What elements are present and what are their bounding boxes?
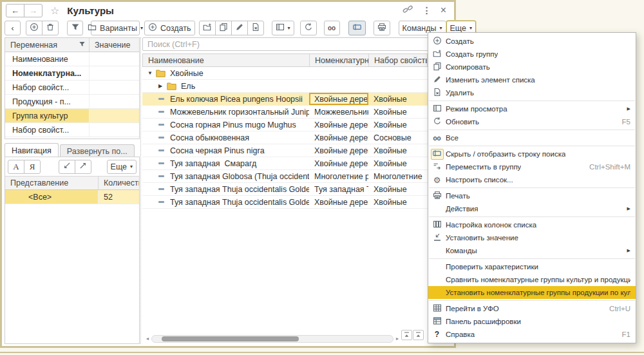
horizontal-scrollbar[interactable]: ◂ ▸	[144, 334, 401, 343]
scrollbar-thumb[interactable]	[162, 336, 299, 341]
column-header-count[interactable]: Количество	[99, 177, 139, 189]
list-propset-cell[interactable]: Хвойные	[368, 196, 427, 208]
column-header-view[interactable]: Представление	[5, 177, 99, 189]
variable-name-cell[interactable]: Набор свойст...	[5, 123, 90, 137]
list-nomenclature-cell[interactable]: Можжевельник ...	[309, 106, 368, 118]
column-header-variable[interactable]: Переменная	[5, 38, 90, 52]
list-propset-cell[interactable]: Хвойные	[368, 157, 427, 169]
menu-item[interactable]: Режим просмотра▶	[428, 102, 636, 115]
variable-name-cell[interactable]: Наименование	[5, 52, 90, 66]
list-row[interactable]: Туя западная СмарагдХвойные дерев...Хвой…	[142, 157, 452, 170]
nav-more-button[interactable]: Еще ▾	[107, 160, 137, 174]
panel-back-button[interactable]: ‹	[5, 21, 21, 35]
menu-item[interactable]: Печать	[428, 189, 636, 202]
list-propset-cell[interactable]: Хвойные	[368, 183, 427, 195]
list-propset-cell[interactable]	[368, 80, 427, 92]
list-name-cell[interactable]: Сосна черная Pinus nigra	[142, 144, 309, 157]
filter-button[interactable]	[67, 21, 83, 35]
list-row[interactable]: ▼Хвойные	[142, 67, 452, 80]
list-propset-cell[interactable]: Сосновые	[368, 131, 427, 144]
menu-item[interactable]: Установить значение	[428, 231, 636, 244]
variable-name-cell[interactable]: Группа культур	[5, 109, 90, 122]
variable-value-cell[interactable]	[90, 95, 139, 108]
list-propset-cell[interactable]: Хвойные	[368, 93, 427, 105]
list-propset-cell[interactable]: Хвойные	[368, 119, 427, 131]
menu-item[interactable]: Установить номенклатурные группы продукц…	[428, 286, 636, 299]
menu-item[interactable]: Создать группу	[428, 48, 636, 61]
collapse-expander-icon[interactable]: ▼	[147, 70, 156, 76]
print-button[interactable]	[374, 21, 390, 35]
list-row[interactable]: Ель колючая Picea pungens HoopsiiХвойные…	[142, 93, 452, 106]
menu-item[interactable]: Изменить элемент списка	[428, 73, 636, 86]
panel-splitter[interactable]	[140, 37, 141, 344]
list-row[interactable]: Можжевельник горизонтальный Juniperus ho…	[142, 106, 452, 119]
variable-row[interactable]: Номенклатурна...	[5, 66, 139, 81]
list-name-cell[interactable]: Туя западная Thuja occidentalis Golden G…	[142, 196, 309, 208]
list-name-cell[interactable]: Туя западная Thuja occidentalis Golden B…	[142, 183, 309, 195]
menu-item[interactable]: Удалить	[428, 86, 636, 99]
scroll-begin-button[interactable]	[401, 330, 412, 340]
list-name-cell[interactable]: Сосна обыкновенная	[142, 131, 309, 144]
variable-name-cell[interactable]: Продукция - п...	[5, 95, 90, 108]
menu-item[interactable]: ?СправкаF1	[428, 328, 636, 341]
scroll-end-button[interactable]	[413, 330, 424, 340]
nav-view-cell[interactable]: <Все>	[5, 190, 99, 204]
variable-row[interactable]: Набор свойст...	[5, 81, 139, 95]
list-nomenclature-cell[interactable]: Хвойные дерев...	[309, 93, 368, 105]
menu-item[interactable]: Перейти в УФОCtrl+U	[428, 302, 636, 315]
variable-row[interactable]: Группа культур	[5, 109, 139, 123]
list-nomenclature-cell[interactable]: Хвойные дерев...	[309, 131, 368, 144]
list-nomenclature-cell[interactable]: Многолетние ра...	[309, 170, 368, 182]
menu-item[interactable]: Переместить в группуCtrl+Shift+M	[428, 160, 636, 173]
tab-navigation[interactable]: Навигация	[5, 143, 59, 157]
list-name-cell[interactable]: ▶Ель	[142, 80, 309, 92]
mark-delete-button[interactable]	[247, 21, 264, 35]
close-icon[interactable]: ×	[440, 5, 446, 16]
copy-button[interactable]	[215, 21, 232, 35]
menu-item[interactable]: Команды▶	[428, 244, 636, 257]
column-header-nomenclature[interactable]: Номенклатурна...	[310, 54, 369, 66]
variants-button[interactable]: Варианты ▾	[91, 21, 140, 35]
variable-value-cell[interactable]	[90, 66, 139, 80]
menu-item[interactable]: Действия▶	[428, 202, 636, 215]
expand-all-button[interactable]	[75, 160, 91, 174]
create-button[interactable]: Создать	[144, 21, 195, 35]
sort-desc-button[interactable]: Я	[24, 160, 41, 174]
variable-name-cell[interactable]: Номенклатурна...	[5, 66, 90, 80]
list-row[interactable]: ▶Ель	[142, 80, 452, 93]
list-row[interactable]: Сосна черная Pinus nigraХвойные дерев...…	[142, 144, 452, 157]
list-row[interactable]: Туя западная Thuja occidentalis Golden G…	[142, 196, 452, 209]
create-group-button[interactable]	[199, 21, 216, 35]
edit-button[interactable]	[231, 21, 248, 35]
scrollbar-track[interactable]	[151, 335, 393, 343]
list-name-cell[interactable]: Ель колючая Picea pungens Hoopsii	[142, 93, 309, 105]
search-input[interactable]	[142, 37, 452, 51]
menu-item[interactable]: Панель расшифровки	[428, 315, 636, 328]
menu-item[interactable]: ooВсе	[428, 131, 636, 144]
menu-item[interactable]: Скопировать	[428, 61, 636, 73]
delete-variable-button[interactable]	[42, 21, 59, 35]
history-back-button[interactable]: ←	[6, 4, 24, 17]
variable-value-cell[interactable]	[90, 81, 139, 94]
variable-value-cell[interactable]	[90, 109, 139, 122]
add-variable-button[interactable]	[26, 21, 43, 35]
column-header-value[interactable]: Значение	[90, 38, 139, 52]
list-name-cell[interactable]: Можжевельник горизонтальный Juniperus ho…	[142, 106, 309, 118]
list-nomenclature-cell[interactable]: Хвойные дерев...	[309, 196, 368, 208]
list-propset-cell[interactable]	[368, 67, 427, 79]
scroll-left-arrow-icon[interactable]: ◂	[144, 336, 151, 341]
show-all-button[interactable]: oo	[324, 21, 340, 35]
expand-expander-icon[interactable]: ▶	[158, 83, 167, 89]
menu-item[interactable]: Скрыть / отобразить строку поиска	[428, 148, 636, 160]
list-name-cell[interactable]: ▼Хвойные	[142, 67, 309, 79]
list-propset-cell[interactable]: Многолетние	[368, 170, 427, 182]
column-header-name[interactable]: Наименование	[143, 54, 310, 66]
history-forward-button[interactable]: →	[24, 4, 43, 17]
refresh-button[interactable]	[300, 21, 317, 35]
view-mode-button[interactable]: ▾	[272, 21, 294, 35]
list-propset-cell[interactable]: Хвойные	[368, 106, 427, 118]
list-nomenclature-cell[interactable]	[309, 67, 368, 79]
variable-row[interactable]: Наименование	[5, 52, 139, 66]
menu-item[interactable]: Настройка колонок списка	[428, 218, 636, 231]
menu-item[interactable]: Сравнить номенклатурные группы культур и…	[428, 273, 636, 286]
